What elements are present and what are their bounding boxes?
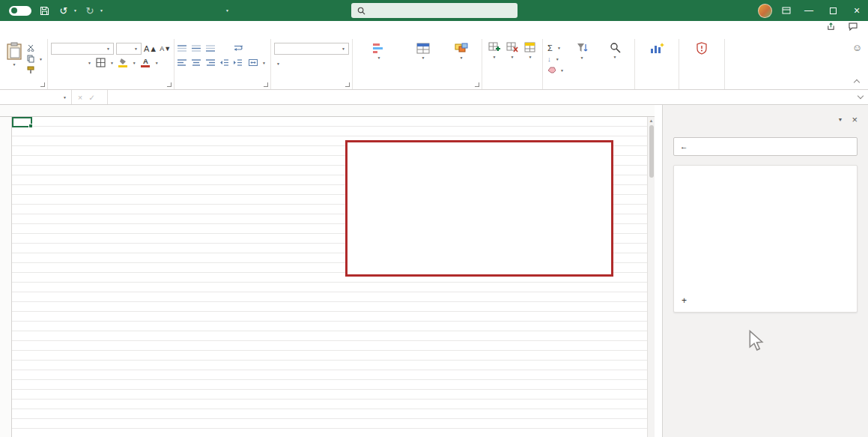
insert-cells-icon: [488, 42, 500, 53]
conditional-formatting-icon: [372, 42, 386, 54]
cut-button[interactable]: [25, 42, 44, 53]
group-editing: Σ ▼ ↓ ▼ ▼ ▼ ▼: [543, 39, 635, 89]
ribbon-display-options-icon[interactable]: [780, 4, 793, 17]
redo-caret-icon[interactable]: ▼: [100, 8, 103, 13]
group-analysis: [635, 39, 679, 89]
autosave-toggle[interactable]: [6, 6, 31, 16]
undo-caret-icon[interactable]: ▼: [73, 8, 77, 13]
paste-button[interactable]: ▼: [3, 41, 25, 67]
font-family-select[interactable]: ▼: [51, 43, 114, 55]
wrap-text-button[interactable]: [233, 43, 246, 54]
save-icon[interactable]: [37, 4, 51, 17]
format-cells-button[interactable]: ▼: [521, 41, 539, 60]
cell-styles-button[interactable]: ▼: [444, 41, 479, 61]
fill-color-caret-icon[interactable]: ▼: [133, 61, 136, 65]
name-box-caret-icon[interactable]: ▼: [63, 95, 67, 100]
back-arrow-icon[interactable]: ←: [680, 142, 688, 151]
grow-font-button[interactable]: A▲: [144, 44, 157, 53]
feedback-smiley-icon[interactable]: ☺: [852, 42, 862, 53]
suggestion-card[interactable]: +: [673, 165, 858, 313]
comments-icon: [849, 22, 858, 31]
comments-button[interactable]: [849, 22, 861, 31]
paste-icon: [6, 42, 22, 61]
name-box[interactable]: ▼: [0, 90, 72, 104]
expand-formula-bar-icon[interactable]: [853, 90, 868, 104]
ribbon-tabs: [0, 21, 868, 39]
font-dialog-launcher-icon[interactable]: [167, 82, 172, 87]
fill-button[interactable]: ↓ ▼: [546, 53, 565, 64]
autosum-icon: Σ: [547, 43, 553, 52]
vertical-scrollbar[interactable]: ▲: [647, 117, 655, 437]
align-center-icon[interactable]: [192, 59, 201, 66]
number-dialog-launcher-icon[interactable]: [345, 82, 350, 87]
delete-cells-button[interactable]: ▼: [503, 41, 521, 60]
scrollbar-thumb[interactable]: [649, 125, 654, 178]
sensitivity-button[interactable]: [682, 41, 721, 57]
format-as-table-button[interactable]: ▼: [402, 41, 444, 61]
number-format-select[interactable]: ▼: [274, 43, 349, 55]
row-headers: [0, 117, 12, 437]
find-select-icon: [610, 42, 621, 53]
autosave-switch[interactable]: [9, 6, 31, 16]
enter-icon[interactable]: ✓: [88, 93, 95, 102]
shrink-font-button[interactable]: A▼: [160, 45, 171, 52]
font-size-select[interactable]: ▼: [116, 43, 142, 55]
align-bottom-icon[interactable]: [206, 45, 215, 52]
worksheet: ▲: [0, 105, 655, 437]
grid-area[interactable]: [0, 117, 647, 437]
formula-input[interactable]: [108, 90, 853, 104]
copy-caret-icon: ▼: [39, 57, 43, 61]
format-painter-button[interactable]: [25, 64, 44, 76]
nl-query-box[interactable]: ←: [673, 137, 858, 156]
borders-icon[interactable]: [96, 58, 106, 67]
align-right-icon[interactable]: [206, 59, 215, 66]
align-middle-icon[interactable]: [192, 45, 201, 52]
font-color-button[interactable]: A: [141, 58, 151, 68]
pane-close-icon[interactable]: ×: [852, 114, 858, 125]
share-icon: [827, 22, 835, 31]
alignment-dialog-launcher-icon[interactable]: [264, 82, 268, 87]
currency-format-button[interactable]: ▼: [274, 58, 282, 67]
clipboard-dialog-launcher-icon[interactable]: [40, 82, 45, 87]
align-top-icon[interactable]: [177, 45, 186, 52]
document-title-area[interactable]: ▼: [225, 0, 229, 21]
conditional-formatting-button[interactable]: ▼: [356, 41, 402, 61]
avatar[interactable]: [758, 4, 772, 18]
fill-color-button[interactable]: [118, 58, 128, 67]
sales-chart-plot: [367, 146, 592, 259]
restore-button[interactable]: [825, 0, 841, 21]
collapse-ribbon-icon[interactable]: [854, 79, 860, 85]
insert-pivotchart-button[interactable]: +: [682, 295, 691, 306]
sort-filter-button[interactable]: ▼: [565, 41, 598, 61]
font-color-caret-icon[interactable]: ▼: [155, 61, 159, 65]
autosum-button[interactable]: Σ ▼: [546, 42, 565, 53]
scroll-up-icon[interactable]: ▲: [649, 118, 654, 123]
close-button[interactable]: ×: [849, 0, 865, 21]
share-button[interactable]: [827, 22, 838, 31]
document-title-caret-icon: ▼: [225, 8, 229, 13]
pane-options-caret-icon[interactable]: ▼: [837, 117, 843, 122]
analyze-data-button[interactable]: [638, 41, 676, 57]
search-box[interactable]: [351, 3, 518, 18]
find-select-button[interactable]: ▼: [598, 41, 631, 60]
styles-dialog-launcher-icon[interactable]: [475, 82, 479, 87]
borders-caret-icon[interactable]: ▼: [110, 61, 114, 65]
merge-center-button[interactable]: ▼: [247, 57, 267, 68]
sales-chart[interactable]: [345, 140, 613, 277]
column-headers: [0, 105, 655, 117]
decrease-indent-icon[interactable]: [220, 59, 228, 66]
copy-button[interactable]: ▼: [25, 53, 44, 64]
underline-caret-icon[interactable]: ▼: [88, 61, 91, 65]
minimize-button[interactable]: —: [801, 0, 817, 21]
sort-filter-icon: [576, 42, 588, 54]
group-font: ▼ ▼ A▲ A▼ ▼ ▼ ▼: [48, 39, 174, 89]
group-sensitivity: [679, 39, 725, 89]
cancel-icon[interactable]: ×: [78, 93, 82, 102]
insert-cells-button[interactable]: ▼: [485, 41, 503, 60]
redo-button[interactable]: ↻: [83, 4, 97, 17]
undo-button[interactable]: ↺: [57, 4, 70, 17]
active-cell-selection[interactable]: [12, 117, 32, 127]
align-left-icon[interactable]: [177, 59, 186, 66]
clear-button[interactable]: ▼: [546, 64, 565, 76]
increase-indent-icon[interactable]: [234, 59, 242, 66]
